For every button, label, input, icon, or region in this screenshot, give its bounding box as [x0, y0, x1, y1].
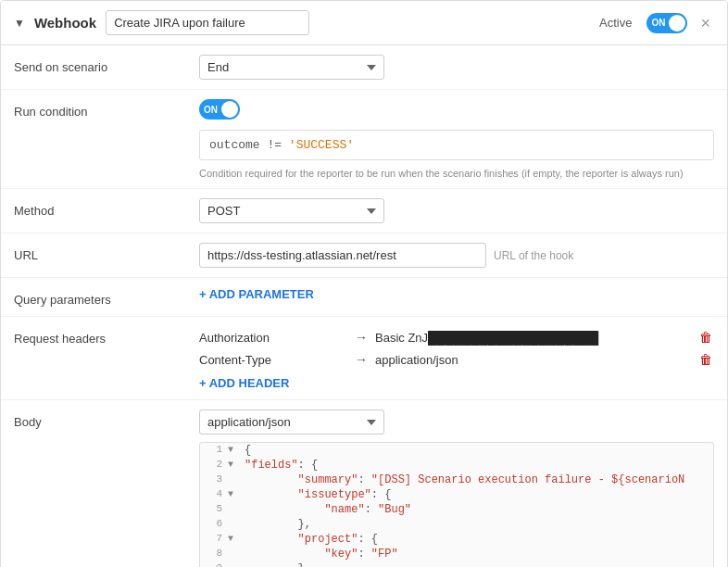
- code-line-1: 1 ▼ {: [200, 443, 713, 458]
- collapse-icon[interactable]: ▼: [14, 17, 25, 30]
- method-value: POST GET PUT DELETE: [199, 198, 714, 223]
- url-hint: URL of the hook: [494, 249, 573, 262]
- run-condition-hint: Condition required for the reporter to b…: [199, 168, 714, 179]
- query-params-label: Query parameters: [14, 287, 199, 307]
- header-val-authorization: Basic ZnJ████████████████████: [375, 331, 690, 345]
- send-on-scenario-label: Send on scenario: [14, 55, 199, 74]
- code-line-9: 9 },: [200, 561, 713, 567]
- body-label: Body: [14, 410, 199, 429]
- toggle-knob: [669, 15, 685, 32]
- code-editor[interactable]: 1 ▼ { 2 ▼ "fields": { 3 "su: [199, 442, 714, 567]
- delete-header-content-type[interactable]: 🗑: [697, 352, 714, 367]
- url-input[interactable]: [199, 243, 486, 268]
- url-value: URL of the hook: [199, 243, 714, 268]
- code-line-3: 3 "summary": "[DSS] Scenario execution f…: [200, 472, 713, 487]
- code-line-2: 2 ▼ "fields": {: [200, 458, 713, 472]
- request-headers-row: Request headers Authorization → Basic Zn…: [1, 317, 727, 400]
- code-line-8: 8 "key": "FP": [200, 547, 713, 561]
- run-condition-toggle-label: ON: [204, 105, 218, 115]
- active-toggle[interactable]: ON: [646, 13, 687, 33]
- query-params-row: Query parameters + ADD PARAMETER: [1, 278, 727, 317]
- body-type-select[interactable]: application/json text/plain application/…: [199, 410, 384, 435]
- method-row: Method POST GET PUT DELETE: [1, 189, 727, 233]
- method-select[interactable]: POST GET PUT DELETE: [199, 198, 384, 223]
- header-key-authorization: Authorization: [199, 331, 347, 345]
- close-button[interactable]: ×: [697, 15, 714, 32]
- code-line-7: 7 ▼ "project": {: [200, 532, 713, 547]
- add-header-button[interactable]: + ADD HEADER: [199, 376, 289, 390]
- arrow-icon-2: →: [355, 352, 368, 367]
- body-row: Body application/json text/plain applica…: [1, 400, 727, 567]
- code-line-6: 6 },: [200, 517, 713, 532]
- arrow-icon: →: [355, 330, 368, 345]
- header-row-content-type: Content-Type → application/json 🗑: [199, 348, 714, 371]
- run-condition-value: ON outcome != 'SUCCESS' Condition requir…: [199, 99, 714, 179]
- run-condition-toggle-knob: [221, 101, 238, 118]
- headers-table: Authorization → Basic ZnJ███████████████…: [199, 326, 714, 390]
- url-label: URL: [14, 243, 199, 262]
- run-condition-code: outcome != 'SUCCESS': [199, 130, 714, 160]
- header-val-content-type: application/json: [375, 353, 690, 367]
- body-value: application/json text/plain application/…: [199, 410, 714, 567]
- panel-title: Webhook: [34, 15, 96, 31]
- header-row-authorization: Authorization → Basic ZnJ███████████████…: [199, 326, 714, 348]
- redacted-value: ████████████████████: [428, 331, 598, 345]
- panel-header: ▼ Webhook Active ON ×: [1, 1, 727, 45]
- method-label: Method: [14, 198, 199, 218]
- url-row: URL URL of the hook: [1, 233, 727, 278]
- request-headers-value: Authorization → Basic ZnJ███████████████…: [199, 326, 714, 390]
- run-condition-label: Run condition: [14, 99, 199, 119]
- query-params-value: + ADD PARAMETER: [199, 287, 714, 301]
- send-on-scenario-select[interactable]: End Start Both: [199, 55, 384, 80]
- panel-body: Send on scenario End Start Both Run cond…: [1, 45, 727, 567]
- delete-header-authorization[interactable]: 🗑: [697, 330, 714, 345]
- run-condition-row: Run condition ON outcome != 'SUCCESS': [1, 90, 727, 189]
- send-on-scenario-row: Send on scenario End Start Both: [1, 45, 727, 90]
- code-line-5: 5 "name": "Bug": [200, 502, 713, 517]
- toggle-on-label: ON: [651, 18, 665, 28]
- active-label: Active: [599, 16, 632, 30]
- code-line-4: 4 ▼ "issuetype": {: [200, 487, 713, 502]
- send-on-scenario-value: End Start Both: [199, 55, 714, 80]
- add-parameter-button[interactable]: + ADD PARAMETER: [199, 287, 314, 301]
- webhook-panel: ▼ Webhook Active ON × Send on scenario E…: [0, 0, 728, 567]
- webhook-name-input[interactable]: [106, 10, 309, 35]
- run-condition-toggle[interactable]: ON: [199, 99, 240, 120]
- request-headers-label: Request headers: [14, 326, 199, 346]
- header-key-content-type: Content-Type: [199, 353, 347, 367]
